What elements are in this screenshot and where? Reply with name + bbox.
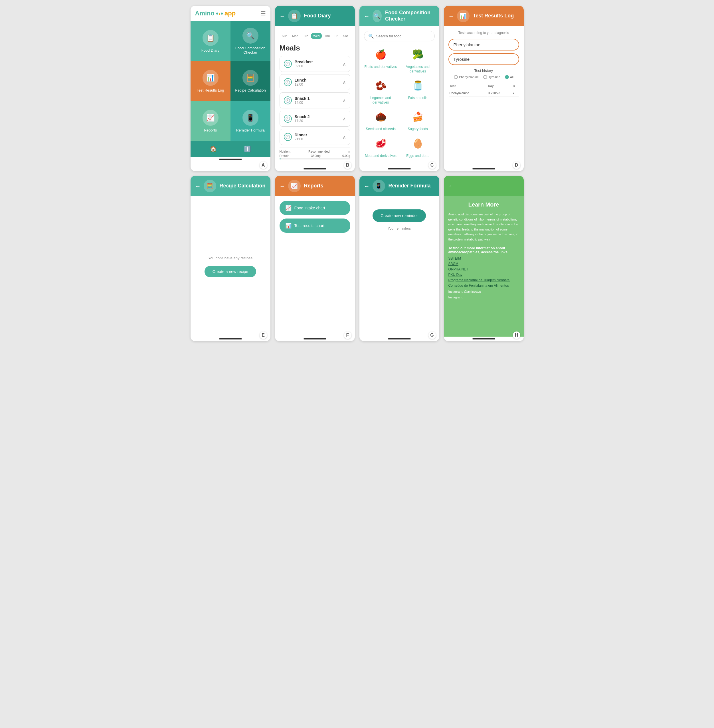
reminder-body: Create new reminder Your reminders (359, 196, 439, 336)
day-tue[interactable]: Tue (301, 33, 311, 39)
food-intake-chart-button[interactable]: 📈 Food intake chart (279, 201, 350, 215)
col-r: R (512, 83, 519, 89)
row-test-name: Phenylalanine (449, 90, 487, 97)
cat-meat[interactable]: 🥩 Meat and derivatives (364, 135, 398, 158)
col-test: Test (449, 83, 487, 89)
cat-fats[interactable]: 🫙 Fats and oils (401, 77, 435, 105)
food-comp-header: ← 🔍 Food Composition Checker (359, 6, 439, 26)
meal-lunch[interactable]: 🕐 Lunch 12:00 ∧ (279, 74, 350, 90)
meal-dinner[interactable]: 🕐 Dinner 21:00 ∧ (279, 129, 350, 145)
food-diary-header-icon: 📋 (288, 10, 301, 22)
bottom-bar-c (388, 168, 411, 170)
cat-legumes[interactable]: 🫘 Legumes and derivatives (364, 77, 398, 105)
search-input[interactable] (376, 34, 430, 38)
screen-f: ← 📈 Reports 📈 Food intake chart 📊 Test r… (275, 176, 355, 341)
home-bottom-nav: 🏠 ℹ️ (190, 141, 270, 157)
cat-sugary[interactable]: 🍰 Sugary foods (401, 108, 435, 132)
test-history-title: Test history (448, 69, 519, 73)
test-history-table: Test Day R Phenylalanine 03/10/23 x (448, 83, 519, 97)
food-comp-title: Food Composition Checker (385, 10, 435, 22)
cat-vegetables[interactable]: 🥦 Vegetables and derivatives (401, 46, 435, 74)
tile-reports[interactable]: 📈 Reports (190, 101, 231, 141)
screen-d: ← 📊 Test Results Log Tests according to … (444, 6, 524, 171)
cat-seeds[interactable]: 🌰 Seeds and oilseeds (364, 108, 398, 132)
lunch-info: Lunch 12:00 (295, 78, 307, 86)
reminder-icon: 📱 (243, 110, 258, 126)
radio-tyrosine[interactable]: Tyrosine (483, 75, 500, 79)
lunch-name: Lunch (295, 78, 307, 83)
learn-more-body: Learn More Amino acid disorders are part… (444, 196, 524, 336)
meal-lunch-left: 🕐 Lunch 12:00 (284, 78, 307, 86)
tile-food-composition[interactable]: 🔍 Food Composition Checker (231, 21, 270, 61)
back-arrow-c[interactable]: ← (364, 13, 370, 20)
fats-label: Fats and oils (408, 96, 428, 101)
link-orpha[interactable]: ORPHA.NET (448, 267, 519, 271)
back-arrow-b[interactable]: ← (279, 13, 285, 20)
dinner-time: 21:00 (295, 137, 307, 141)
snack2-name: Snack 2 (295, 114, 310, 119)
app-logo: Amino app (195, 10, 236, 17)
test-results-header-icon: 📊 (457, 10, 470, 22)
cat-fruits[interactable]: 🍎 Fruits and derivatives (364, 46, 398, 74)
link-sbgm[interactable]: SBGM (448, 262, 519, 266)
day-mon[interactable]: Mon (290, 33, 300, 39)
reports-icon: 📈 (202, 110, 219, 126)
recipe-calc-header-icon: 🧮 (204, 180, 216, 192)
create-recipe-button[interactable]: Create a new recipe (204, 266, 256, 277)
radio-phenylalanine[interactable]: Phenylalanine (454, 75, 478, 79)
link-programa[interactable]: Programa Nacional da Triagem Neonatal (448, 278, 519, 282)
test-results-chart-label: Test results chart (294, 224, 325, 228)
back-arrow-g[interactable]: ← (364, 183, 370, 189)
radio-circle-tyr (483, 75, 487, 79)
day-sun[interactable]: Sun (279, 33, 290, 39)
lunch-clock-icon: 🕐 (284, 78, 292, 86)
link-pkuday[interactable]: PKU Day (448, 273, 519, 277)
test-results-chart-button[interactable]: 📊 Test results chart (279, 219, 350, 233)
recipe-calc-body: You don't have any recipes Create a new … (190, 196, 270, 336)
link-sbteim[interactable]: SBTEIM (448, 257, 519, 260)
create-reminder-button[interactable]: Create new reminder (372, 209, 426, 222)
seeds-icon: 🌰 (371, 108, 391, 125)
dinner-clock-icon: 🕐 (284, 133, 292, 141)
meal-breakfast[interactable]: 🕐 Breakfast 09:00 ∧ (279, 56, 350, 72)
radio-group: Phenylalanine Tyrosine All (448, 75, 519, 79)
fruits-icon: 🍎 (371, 46, 391, 63)
radio-all[interactable]: All (505, 75, 513, 79)
cat-eggs[interactable]: 🥚 Eggs and der... (401, 135, 435, 158)
day-thu[interactable]: Thu (322, 33, 332, 39)
screen-b: ← 📋 Food Diary Sun Mon Tue Wed Thu Fri S… (275, 6, 355, 171)
search-box[interactable]: 🔍 (364, 31, 435, 41)
link-conteudo[interactable]: Conteúdo de Fenilalanina em Alimentos (448, 284, 519, 288)
day-wed[interactable]: Wed (311, 33, 322, 39)
reminder-title: Remider Formula (388, 183, 431, 189)
app-grid: Amino app ☰ 📋 Food Diary 🔍 Food Composit… (190, 6, 524, 341)
logo-dot-2 (219, 14, 220, 15)
back-arrow-f[interactable]: ← (279, 183, 285, 189)
radio-label-phe: Phenylalanine (459, 75, 478, 79)
day-sat[interactable]: Sat (341, 33, 350, 39)
hamburger-icon[interactable]: ☰ (261, 10, 266, 17)
recipe-calc-title: Recipe Calculation (220, 183, 266, 189)
food-diary-header: ← 📋 Food Diary (275, 6, 355, 26)
tile-food-diary[interactable]: 📋 Food Diary (190, 21, 231, 61)
reports-header: ← 📈 Reports (275, 176, 355, 196)
vegetables-label: Vegetables and derivatives (401, 65, 435, 74)
tile-test-results[interactable]: 📊 Test Results Log (190, 61, 231, 101)
dinner-chevron-icon: ∧ (343, 134, 346, 140)
meal-snack1[interactable]: 🕐 Snack 1 14:00 ∧ (279, 92, 350, 108)
snack1-name: Snack 1 (295, 96, 310, 101)
tile-recipe-calc[interactable]: 🧮 Recipe Calculation (231, 61, 270, 101)
back-arrow-e[interactable]: ← (195, 183, 201, 189)
back-arrow-h[interactable]: ← (448, 183, 454, 189)
back-arrow-d[interactable]: ← (448, 13, 454, 20)
meal-snack2[interactable]: 🕐 Snack 2 17:30 ∧ (279, 111, 350, 127)
home-nav-icon[interactable]: 🏠 (208, 144, 219, 154)
recipe-calc-header: ← 🧮 Recipe Calculation (190, 176, 270, 196)
day-fri[interactable]: Fri (332, 33, 340, 39)
tile-reminder[interactable]: 📱 Remider Formula (231, 101, 270, 141)
bottom-bar-f (303, 338, 326, 339)
info-nav-icon[interactable]: ℹ️ (242, 144, 253, 154)
test-results-chart-icon: 📊 (285, 222, 291, 229)
food-comp-header-icon: 🔍 (372, 10, 382, 22)
screen-label-c: C (429, 161, 436, 169)
